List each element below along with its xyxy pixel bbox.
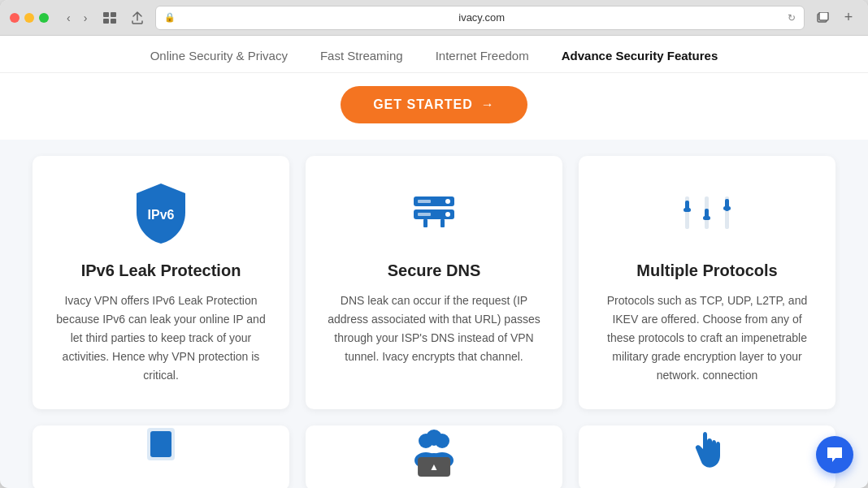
maximize-button[interactable]: [39, 13, 49, 23]
browser-nav-buttons: ‹ ›: [62, 8, 92, 28]
ipv6-icon: IPv6: [128, 180, 193, 245]
cta-container: GET STARTED →: [0, 73, 868, 140]
svg-rect-2: [103, 19, 109, 24]
svg-rect-23: [723, 206, 731, 210]
cta-label: GET STARTED: [373, 97, 473, 112]
svg-point-10: [445, 212, 450, 217]
card-protocols-desc: Protocols such as TCP, UDP, L2TP, and IK…: [598, 292, 816, 385]
svg-rect-14: [441, 219, 445, 227]
share-icon[interactable]: [126, 6, 149, 29]
tab-overview-icon[interactable]: [98, 6, 121, 29]
cards-section: IPv6 IPv6 Leak Protection Ivacy VPN offe…: [0, 140, 868, 488]
card-protocols-title: Multiple Protocols: [636, 261, 777, 280]
card-dns-title: Secure DNS: [388, 261, 481, 280]
back-button[interactable]: ‹: [62, 8, 76, 28]
dns-icon: [401, 180, 467, 245]
svg-rect-17: [684, 208, 691, 212]
tab-security[interactable]: Online Security & Privacy: [150, 49, 288, 63]
cta-arrow: →: [481, 97, 495, 112]
svg-rect-12: [418, 213, 431, 216]
card-ipv6-title: IPv6 Leak Protection: [81, 261, 241, 280]
page-content: Online Security & Privacy Fast Streaming…: [0, 36, 868, 488]
new-tab-button[interactable]: +: [839, 8, 858, 28]
browser-frame: ‹ › 🔒 ivacy.com ↻: [0, 0, 868, 488]
svg-text:IPv6: IPv6: [148, 208, 175, 222]
tab-advance[interactable]: Advance Security Features: [562, 49, 718, 63]
card-ipv6-desc: Ivacy VPN offers IPv6 Leak Protection be…: [52, 292, 270, 385]
lock-icon: 🔒: [164, 12, 176, 23]
scroll-up-icon: ▲: [429, 461, 439, 473]
card-ipv6: IPv6 IPv6 Leak Protection Ivacy VPN offe…: [33, 156, 289, 409]
close-button[interactable]: [10, 13, 20, 23]
partial-icon-3: [685, 426, 730, 474]
card-partial-1: [33, 425, 289, 488]
traffic-lights: [10, 13, 49, 23]
minimize-button[interactable]: [24, 13, 34, 23]
get-started-button[interactable]: GET STARTED →: [341, 86, 527, 123]
url-text: ivacy.com: [180, 11, 783, 24]
card-partial-3: [579, 425, 835, 488]
svg-rect-20: [703, 216, 710, 220]
nav-tabs: Online Security & Privacy Fast Streaming…: [0, 36, 868, 73]
scroll-up-button[interactable]: ▲: [418, 457, 450, 477]
svg-rect-11: [418, 200, 431, 203]
tab-freedom[interactable]: Internet Freedom: [436, 49, 529, 63]
svg-rect-13: [423, 219, 427, 227]
card-protocols: Multiple Protocols Protocols such as TCP…: [579, 156, 835, 409]
reload-icon[interactable]: ↻: [788, 12, 796, 24]
svg-rect-5: [819, 12, 828, 20]
partial-icon-1: [141, 426, 181, 474]
tab-streaming[interactable]: Fast Streaming: [320, 49, 403, 63]
browser-titlebar: ‹ › 🔒 ivacy.com ↻: [0, 0, 868, 36]
address-bar[interactable]: 🔒 ivacy.com ↻: [155, 6, 805, 30]
svg-rect-25: [150, 431, 171, 457]
svg-rect-1: [111, 12, 116, 17]
browser-toolbar-left: [98, 6, 149, 29]
chat-bubble[interactable]: [816, 436, 853, 473]
cards-grid: IPv6 IPv6 Leak Protection Ivacy VPN offe…: [33, 156, 835, 488]
card-dns: Secure DNS DNS leak can occur if the req…: [306, 156, 562, 409]
duplicate-tab-icon[interactable]: [811, 6, 834, 29]
card-dns-desc: DNS leak can occur if the request (IP ad…: [325, 292, 543, 366]
protocols-icon: [675, 180, 740, 245]
browser-toolbar-right: +: [811, 6, 858, 29]
svg-point-9: [445, 199, 450, 204]
forward-button[interactable]: ›: [79, 8, 93, 28]
svg-rect-0: [103, 12, 109, 17]
svg-point-28: [426, 430, 442, 446]
svg-rect-3: [111, 19, 116, 24]
